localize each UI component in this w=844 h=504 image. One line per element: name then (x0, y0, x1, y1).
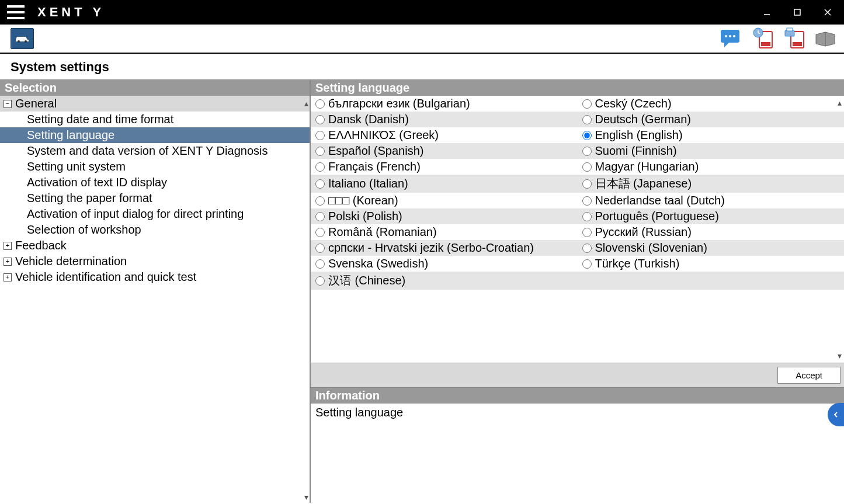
tree-item[interactable]: Setting the paper format (0, 190, 310, 206)
svg-rect-11 (761, 42, 770, 46)
language-option[interactable]: ΕΛΛΗΝΙΚΌΣ (Greek) (311, 127, 578, 143)
language-header: Setting language (311, 80, 844, 96)
language-label: ΕΛΛΗΝΙΚΌΣ (Greek) (328, 128, 439, 142)
language-option[interactable]: Русский (Russian) (578, 224, 845, 240)
language-radio[interactable] (582, 196, 592, 206)
language-option[interactable]: □□□ (Korean) (311, 193, 578, 208)
tree-item[interactable]: Setting unit system (0, 159, 310, 175)
language-label: Română (Romanian) (328, 225, 437, 239)
svg-point-8 (729, 35, 731, 37)
tree-item[interactable]: +Vehicle identification and quick test (0, 269, 310, 285)
language-radio[interactable] (315, 179, 325, 189)
titlebar-left: XENT Y (0, 5, 105, 20)
language-option[interactable]: Türkçe (Turkish) (578, 256, 845, 272)
language-label: Magyar (Hungarian) (595, 160, 699, 173)
expand-icon[interactable]: + (4, 242, 12, 250)
language-radio[interactable] (582, 147, 592, 156)
language-option[interactable]: Română (Romanian) (311, 224, 578, 240)
toolbar-right (719, 26, 838, 51)
language-radio[interactable] (315, 228, 325, 237)
language-radio[interactable] (582, 131, 592, 140)
svg-point-7 (725, 35, 727, 37)
tree-item-label: Setting the paper format (27, 192, 152, 205)
close-button[interactable] (816, 1, 839, 24)
language-radio[interactable] (315, 131, 325, 140)
language-option[interactable]: Svenska (Swedish) (311, 256, 578, 272)
information-text: Setting language (311, 404, 844, 503)
language-option[interactable]: Polski (Polish) (311, 208, 578, 224)
tree-item[interactable]: −General (0, 96, 310, 112)
tree-item[interactable]: Setting language (0, 127, 310, 143)
language-radio[interactable] (315, 99, 325, 109)
chat-icon[interactable] (719, 26, 744, 51)
expand-icon[interactable]: + (4, 258, 12, 266)
book-icon[interactable] (814, 26, 838, 51)
language-option[interactable]: English (English) (578, 127, 845, 143)
selection-tree[interactable]: −GeneralSetting date and time formatSett… (0, 96, 310, 503)
language-option[interactable]: Português (Portuguese) (578, 208, 845, 224)
language-radio[interactable] (315, 212, 325, 221)
language-radio[interactable] (315, 276, 325, 286)
language-option[interactable]: Dansk (Danish) (311, 112, 578, 127)
language-radio[interactable] (315, 115, 325, 124)
language-radio[interactable] (582, 244, 592, 253)
language-option[interactable]: српски - Hrvatski jezik (Serbo-Croatian) (311, 240, 578, 256)
language-radio[interactable] (315, 162, 325, 172)
maximize-button[interactable] (786, 1, 809, 24)
tree-item-label: Selection of workshop (27, 223, 141, 237)
hamburger-menu-icon[interactable] (7, 5, 25, 19)
language-radio[interactable] (582, 162, 592, 172)
pdf-print-icon[interactable] (782, 26, 807, 51)
language-option[interactable]: Français (French) (311, 159, 578, 175)
language-radio[interactable] (582, 259, 592, 269)
language-label: Svenska (Swedish) (328, 257, 428, 270)
language-option[interactable]: Suomi (Finnish) (578, 143, 845, 159)
empty-cell (578, 272, 845, 290)
language-label: English (English) (595, 128, 683, 142)
tree-item[interactable]: +Feedback (0, 238, 310, 253)
language-radio[interactable] (582, 99, 592, 109)
language-radio[interactable] (315, 147, 325, 156)
accept-button[interactable]: Accept (777, 367, 840, 384)
language-radio[interactable] (582, 115, 592, 124)
tree-item[interactable]: Selection of workshop (0, 222, 310, 238)
language-radio[interactable] (582, 179, 592, 189)
tree-item[interactable]: Activation of text ID display (0, 175, 310, 190)
language-label: српски - Hrvatski jezik (Serbo-Croatian) (328, 241, 534, 255)
tree-item[interactable]: +Vehicle determination (0, 253, 310, 269)
tree-item-label: General (15, 97, 57, 110)
language-option[interactable]: Nederlandse taal (Dutch) (578, 193, 845, 208)
language-label: □□□ (Korean) (328, 194, 398, 207)
scroll-down-icon[interactable]: ▾ (838, 351, 842, 360)
tree-item[interactable]: System and data version of XENT Y Diagno… (0, 143, 310, 159)
expand-icon[interactable]: + (4, 273, 12, 281)
information-area: Information Setting language (311, 387, 844, 503)
tree-item-label: Vehicle identification and quick test (15, 270, 196, 284)
language-radio[interactable] (315, 196, 325, 206)
tree-item[interactable]: Setting date and time format (0, 112, 310, 127)
language-area: Setting language български език (Bulgari… (311, 80, 844, 387)
language-radio[interactable] (315, 244, 325, 253)
tree-item[interactable]: Activation of input dialog for direct pr… (0, 206, 310, 222)
scroll-up-icon[interactable]: ▴ (304, 99, 308, 108)
collapse-icon[interactable]: − (4, 100, 12, 108)
language-option[interactable]: Magyar (Hungarian) (578, 159, 845, 175)
language-radio[interactable] (582, 212, 592, 221)
language-radio[interactable] (315, 259, 325, 269)
language-option[interactable]: Español (Spanish) (311, 143, 578, 159)
minimize-button[interactable] (755, 1, 779, 24)
scroll-down-icon[interactable]: ▾ (304, 492, 308, 502)
scroll-up-icon[interactable]: ▴ (838, 98, 842, 107)
language-option[interactable]: Slovenski (Slovenian) (578, 240, 845, 256)
language-option[interactable]: 汉语 (Chinese) (311, 272, 578, 290)
svg-rect-14 (793, 42, 802, 46)
language-option[interactable]: Ceský (Czech) (578, 96, 845, 112)
language-option[interactable]: български език (Bulgarian) (311, 96, 578, 112)
vehicle-button[interactable] (11, 28, 34, 49)
language-option[interactable]: 日本語 (Japanese) (578, 175, 845, 193)
language-radio[interactable] (582, 228, 592, 237)
language-option[interactable]: Deutsch (German) (578, 112, 845, 127)
language-option[interactable]: Italiano (Italian) (311, 175, 578, 193)
language-label: Français (French) (328, 160, 421, 173)
pdf-history-icon[interactable] (751, 26, 775, 51)
